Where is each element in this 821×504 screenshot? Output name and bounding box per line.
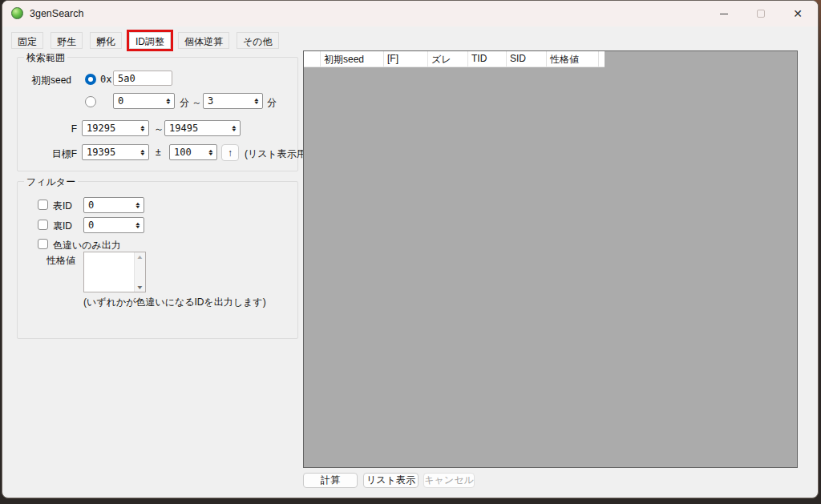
tab-others[interactable]: その他 (237, 32, 279, 49)
target-note: (リスト表示用) (245, 147, 309, 161)
column-header-offset[interactable]: ズレ (428, 51, 468, 67)
sid-label: 裏ID (53, 220, 72, 233)
spinner-down-icon[interactable]: ▼ (139, 128, 145, 132)
scroll-down-icon[interactable]: ▼ (136, 284, 144, 290)
minimize-button[interactable] (706, 1, 742, 26)
time-to-spinner[interactable]: 3 ▲▼ (203, 93, 263, 109)
spinner-arrows[interactable]: ▲▼ (136, 121, 148, 135)
search-range-group-label: 検索範囲 (24, 51, 67, 65)
tab-egg[interactable]: 孵化 (90, 32, 122, 49)
pid-label: 性格値 (47, 254, 75, 268)
pid-textarea[interactable]: ▲ ▼ (83, 252, 146, 292)
spinner-down-icon[interactable]: ▼ (139, 152, 145, 156)
time-from-value: 0 (114, 94, 162, 108)
tid-label: 表ID (53, 200, 72, 213)
sid-checkbox[interactable] (38, 220, 48, 230)
tab-fixed[interactable]: 固定 (11, 32, 43, 49)
list-display-button[interactable]: リスト表示 (363, 473, 419, 488)
hex-seed-radio[interactable] (85, 74, 96, 85)
tab-id-adjust[interactable]: ID調整 (129, 32, 171, 49)
spinner-down-icon[interactable]: ▼ (134, 205, 140, 209)
frame-to-value: 19495 (165, 121, 228, 135)
column-header-blank[interactable] (304, 51, 321, 67)
spinner-arrows[interactable]: ▲▼ (131, 198, 144, 212)
maximize-button[interactable] (742, 1, 779, 26)
shiny-only-label: 色違いのみ出力 (53, 239, 121, 252)
shiny-only-checkbox[interactable] (38, 239, 48, 249)
app-window: 3genSearch ✕ 固定 野生 孵化 ID調整 個体逆算 その他 検索範囲… (2, 0, 819, 498)
column-header-initial-seed[interactable]: 初期seed (321, 51, 384, 67)
filter-group-label: フィルター (24, 175, 78, 189)
app-icon (11, 7, 23, 19)
time-range-radio[interactable] (85, 96, 96, 107)
tolerance-value: 100 (170, 145, 204, 159)
tab-reverse-calc[interactable]: 個体逆算 (178, 32, 229, 49)
maximize-icon (757, 10, 765, 18)
spinner-down-icon[interactable]: ▼ (253, 101, 259, 105)
spinner-arrows[interactable]: ▲▼ (131, 218, 144, 232)
title-bar[interactable]: 3genSearch ✕ (2, 1, 818, 26)
spinner-arrows[interactable]: ▲▼ (228, 121, 240, 135)
minutes-tilde-label: 分 ～ (180, 96, 201, 110)
scroll-up-icon[interactable]: ▲ (136, 254, 144, 260)
tolerance-spinner[interactable]: 100 ▲▼ (169, 144, 217, 160)
time-from-spinner[interactable]: 0 ▲▼ (113, 93, 175, 109)
tid-spinner[interactable]: 0 ▲▼ (83, 197, 144, 213)
spinner-down-icon[interactable]: ▼ (207, 152, 213, 156)
column-header-tid[interactable]: TID (468, 51, 507, 67)
spinner-down-icon[interactable]: ▼ (164, 101, 171, 105)
spinner-arrows[interactable]: ▲▼ (204, 145, 216, 159)
cancel-button: キャンセル (423, 473, 475, 488)
calculate-button[interactable]: 計算 (303, 473, 358, 488)
shiny-note: (いずれかが色違いになるIDを出力します) (83, 296, 266, 309)
column-header-pid[interactable]: 性格値 (547, 51, 599, 67)
frame-from-value: 19295 (83, 121, 136, 135)
up-arrow-icon: ↑ (228, 147, 233, 159)
close-icon: ✕ (793, 8, 803, 19)
target-frame-label: 目標F (34, 147, 77, 161)
seed-input[interactable]: 5a0 (113, 71, 172, 86)
time-to-value: 3 (204, 94, 250, 108)
tab-bar: 固定 野生 孵化 ID調整 個体逆算 その他 (11, 31, 279, 49)
spinner-down-icon[interactable]: ▼ (230, 128, 237, 132)
window-title: 3genSearch (30, 8, 83, 19)
pid-scrollbar[interactable]: ▲ ▼ (134, 252, 145, 292)
initial-seed-label: 初期seed (31, 74, 71, 87)
close-button[interactable]: ✕ (779, 1, 816, 26)
sid-value: 0 (84, 218, 131, 232)
spinner-arrows[interactable]: ▲▼ (136, 145, 148, 159)
spinner-arrows[interactable]: ▲▼ (250, 94, 262, 108)
results-listview[interactable]: 初期seed [F] ズレ TID SID 性格値 (303, 50, 798, 468)
target-up-button[interactable]: ↑ (221, 144, 239, 161)
target-frame-spinner[interactable]: 19395 ▲▼ (82, 144, 149, 160)
tid-value: 0 (84, 198, 131, 212)
minimize-icon (720, 14, 728, 14)
spinner-down-icon[interactable]: ▼ (134, 225, 140, 229)
column-header-sid[interactable]: SID (507, 51, 547, 67)
target-frame-value: 19395 (83, 145, 136, 159)
results-header: 初期seed [F] ズレ TID SID 性格値 (304, 51, 605, 67)
hex-prefix-label: 0x (100, 74, 111, 85)
spinner-arrows[interactable]: ▲▼ (162, 94, 174, 108)
tid-checkbox[interactable] (38, 200, 48, 210)
tab-wild[interactable]: 野生 (51, 32, 83, 49)
column-header-frame[interactable]: [F] (384, 51, 428, 67)
frame-tilde-label: ～ (154, 123, 164, 136)
frame-label: F (51, 123, 77, 135)
frame-from-spinner[interactable]: 19295 ▲▼ (82, 120, 149, 136)
window-controls: ✕ (706, 1, 816, 26)
plus-minus-label: ± (156, 147, 161, 158)
frame-to-spinner[interactable]: 19495 ▲▼ (164, 120, 241, 136)
minutes-unit-label: 分 (267, 96, 277, 110)
sid-spinner[interactable]: 0 ▲▼ (83, 217, 144, 233)
